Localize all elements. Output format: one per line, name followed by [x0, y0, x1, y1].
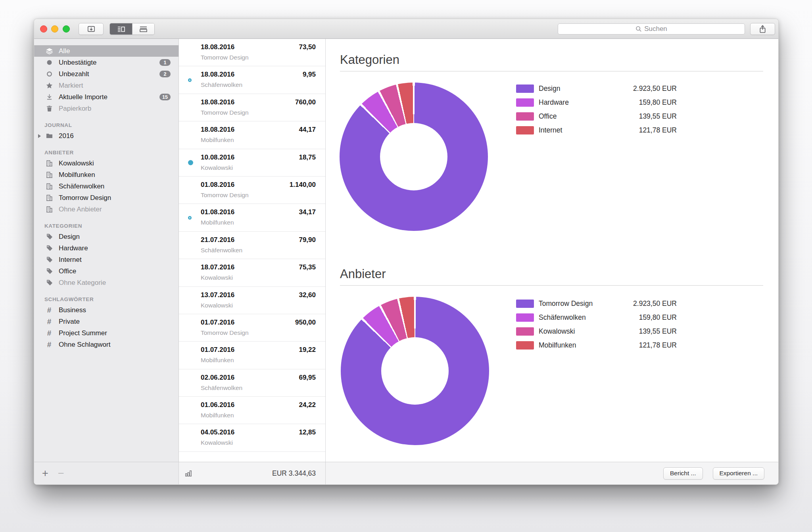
item-vendor: Kowalowski: [201, 274, 233, 281]
list-item[interactable]: 01.08.2016Mobilfunken34,17: [179, 204, 325, 231]
sidebar-item-ohne-schlagwort[interactable]: #Ohne Schlagwort: [34, 339, 179, 350]
report-button[interactable]: Bericht ...: [663, 467, 703, 480]
app-window: Suchen AlleUnbestätigte1Unbezahlt2Markie…: [34, 19, 779, 485]
list-item[interactable]: 18.08.2016Tomorrow Design760,00: [179, 94, 325, 121]
item-amount: 12,85: [299, 428, 316, 436]
add-button[interactable]: +: [42, 468, 48, 479]
remove-button[interactable]: −: [58, 468, 64, 479]
list-item[interactable]: 01.06.2016Mobilfunken24,22: [179, 397, 325, 424]
share-button[interactable]: [750, 23, 775, 35]
disclosure-triangle-icon[interactable]: [38, 134, 41, 138]
tag-icon: [44, 233, 54, 241]
legend-value: 139,55 EUR: [639, 327, 677, 336]
list-item[interactable]: 21.07.2016Schäfenwolken79,90: [179, 232, 325, 259]
share-icon: [759, 25, 766, 33]
list-item[interactable]: 18.08.2016Schäfenwolken9,95: [179, 66, 325, 94]
item-amount: 32,60: [299, 291, 316, 299]
item-amount: 24,22: [299, 401, 316, 409]
list-detail-view-icon: [117, 26, 125, 33]
sidebar-item-business[interactable]: #Business: [34, 304, 179, 316]
legend-swatch: [516, 126, 534, 134]
item-date: 18.08.2016: [201, 71, 234, 79]
import-button[interactable]: [79, 23, 104, 35]
sidebar-item-alle[interactable]: Alle: [34, 45, 179, 57]
sidebar-item-unbest-tigte[interactable]: Unbestätigte1: [34, 57, 179, 68]
list-item[interactable]: 18.08.2016Tomorrow Design73,50: [179, 39, 325, 66]
sidebar-item-office[interactable]: Office: [34, 265, 179, 277]
transaction-list: 18.08.2016Tomorrow Design73,5018.08.2016…: [179, 39, 326, 462]
list-item[interactable]: 10.08.2016Kowalowski18,75: [179, 149, 325, 177]
legend-value: 121,78 EUR: [639, 126, 677, 134]
sidebar-item-2016[interactable]: 2016: [34, 130, 179, 142]
legend-label: Office: [539, 112, 557, 121]
search-placeholder: Suchen: [644, 25, 667, 33]
sidebar-item-private[interactable]: #Private: [34, 316, 179, 327]
sidebar-item-unbezahlt[interactable]: Unbezahlt2: [34, 68, 179, 80]
legend-row: Office139,55 EUR: [516, 112, 677, 121]
item-amount: 79,90: [299, 236, 316, 244]
sidebar-item-sch-fenwolken[interactable]: Schäfenwolken: [34, 181, 179, 192]
item-date: 18.08.2016: [201, 126, 234, 134]
tag-icon: [44, 279, 54, 287]
sidebar-item-label: Schäfenwolken: [59, 182, 104, 190]
table-rows-view-icon: [139, 26, 148, 33]
hash-icon: #: [44, 306, 54, 314]
export-button[interactable]: Exportieren ...: [713, 467, 765, 480]
star-icon: [44, 82, 54, 90]
list-item[interactable]: 04.05.2016Kowalowski12,85: [179, 424, 325, 451]
sidebar-item-mobilfunken[interactable]: Mobilfunken: [34, 169, 179, 181]
sidebar-item-ohne-kategorie[interactable]: Ohne Kategorie: [34, 277, 179, 288]
legend-swatch: [516, 300, 534, 308]
list-item[interactable]: 01.07.2016Mobilfunken19,22: [179, 342, 325, 369]
anbieter-title: Anbieter: [340, 267, 386, 281]
sidebar-item-ohne-anbieter[interactable]: Ohne Anbieter: [34, 204, 179, 215]
sidebar-item-label: Ohne Schlagwort: [59, 341, 110, 349]
view-list-detail-button[interactable]: [110, 23, 132, 35]
sidebar-item-label: 2016: [59, 132, 74, 140]
view-table-button[interactable]: [132, 23, 154, 35]
list-item[interactable]: 18.08.2016Mobilfunken44,17: [179, 121, 325, 149]
item-vendor: Tomorrow Design: [201, 54, 249, 61]
item-amount: 75,35: [299, 263, 316, 271]
kategorien-divider: [340, 71, 763, 71]
sidebar-item-markiert[interactable]: Markiert: [34, 80, 179, 91]
close-window-button[interactable]: [40, 25, 47, 33]
sidebar-item-internet[interactable]: Internet: [34, 254, 179, 265]
tag-icon: [44, 256, 54, 264]
search-input[interactable]: Suchen: [558, 23, 745, 35]
legend-label: Hardware: [539, 98, 569, 107]
anbieter-donut-chart: [341, 297, 489, 445]
list-item[interactable]: 01.07.2016Tomorrow Design950,00: [179, 314, 325, 342]
bar-chart-icon[interactable]: [184, 469, 192, 477]
list-item[interactable]: 13.07.2016Kowalowski32,60: [179, 287, 325, 314]
list-item[interactable]: 18.07.2016Kowalowski75,35: [179, 259, 325, 286]
item-vendor: Mobilfunken: [201, 136, 234, 144]
minimize-window-button[interactable]: [51, 25, 58, 33]
legend-label: Internet: [539, 126, 562, 134]
sidebar-item-papierkorb[interactable]: Papierkorb: [34, 103, 179, 114]
sidebar-item-label: Kowalowski: [59, 159, 94, 167]
sidebar-item-tomorrow-design[interactable]: Tomorrow Design: [34, 192, 179, 204]
zoom-window-button[interactable]: [63, 25, 70, 33]
sidebar-item-label: Tomorrow Design: [59, 194, 111, 202]
item-date: 02.06.2016: [201, 374, 234, 382]
sidebar-item-label: Design: [59, 233, 80, 241]
list-item[interactable]: 01.08.2016Tomorrow Design1.140,00: [179, 177, 325, 204]
sidebar-item-label: Mobilfunken: [59, 171, 95, 179]
toolbar: Suchen: [34, 19, 778, 39]
legend-swatch: [516, 112, 534, 121]
sidebar-item-kowalowski[interactable]: Kowalowski: [34, 157, 179, 169]
legend-swatch: [516, 313, 534, 322]
sidebar-item-aktuelle-importe[interactable]: Aktuelle Importe15: [34, 91, 179, 103]
sidebar-item-label: Internet: [59, 256, 82, 264]
item-vendor: Tomorrow Design: [201, 192, 249, 199]
footer-actions-section: Bericht ... Exportieren ...: [326, 462, 778, 484]
sidebar-item-project-summer[interactable]: #Project Summer: [34, 327, 179, 339]
sidebar-item-hardware[interactable]: Hardware: [34, 242, 179, 254]
sidebar-item-design[interactable]: Design: [34, 231, 179, 242]
list-item[interactable]: 02.06.2016Schäfenwolken69,95: [179, 369, 325, 397]
legend-label: Schäfenwolken: [539, 313, 586, 322]
item-vendor: Schäfenwolken: [201, 247, 242, 254]
charts-panel: Kategorien Design2.923,50 EURHardware159…: [326, 39, 778, 462]
item-vendor: Kowalowski: [201, 439, 233, 446]
